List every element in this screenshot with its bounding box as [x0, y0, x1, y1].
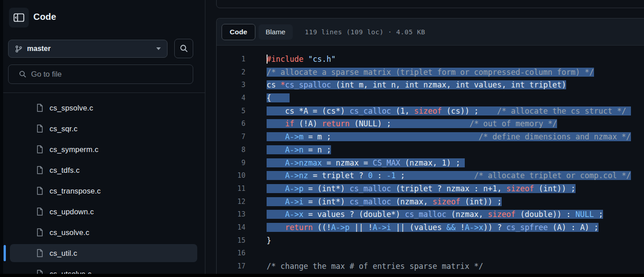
selected-code-text: A->n = n ;	[267, 145, 331, 154]
file-item[interactable]: cs_updown.c	[0, 201, 205, 222]
line-number[interactable]: 10	[217, 169, 245, 182]
search-button[interactable]	[174, 39, 193, 58]
code-line-text[interactable]: cs *A = (cs*) cs_calloc (1, sizeof (cs))…	[245, 105, 631, 118]
file-name: cs_symperm.c	[50, 145, 99, 154]
code-line-text[interactable]: }	[245, 234, 271, 247]
selected-code-text: /* allocate a sparse matrix (triplet for…	[267, 68, 594, 77]
file-name: cs_updown.c	[50, 208, 94, 216]
line-number[interactable]: 17	[217, 260, 245, 273]
tab-blame[interactable]: Blame	[259, 24, 293, 40]
left-edge-strip	[0, 0, 3, 277]
selected-code-text: A->nz = triplet ? 0 : -1 ; /* allocate t…	[267, 171, 631, 180]
code-line: 6 if (!A) return (NULL) ; /* out of memo…	[217, 117, 644, 130]
file-sidebar: Code master Go t	[0, 0, 205, 277]
selected-code-text: {	[267, 93, 290, 102]
file-item[interactable]: cs_util.c	[0, 243, 205, 263]
code-line: 17/* change the max # of entries sparse …	[217, 260, 644, 273]
branch-selector[interactable]: master	[8, 40, 168, 58]
code-line: 11 A->p = (int*) cs_malloc (triplet ? nz…	[217, 182, 644, 195]
code-line-text[interactable]: return ((!A->p || !A->i || (values && !A…	[245, 221, 599, 234]
code-line-text[interactable]	[245, 247, 267, 260]
line-number[interactable]: 4	[217, 92, 245, 105]
file-item[interactable]: cs_sqr.c	[0, 118, 205, 139]
file-name: cs_transpose.c	[50, 187, 101, 195]
code-line-text[interactable]: A->p = (int*) cs_malloc (triplet ? nzmax…	[245, 182, 576, 195]
code-line: 3cs *cs_spalloc (int m, int n, int nzmax…	[217, 78, 644, 92]
code-line-text[interactable]: /* change the max # of entries sparse ma…	[245, 260, 483, 273]
code-line-text[interactable]: /* allocate a sparse matrix (triplet for…	[245, 66, 594, 79]
code-line-text[interactable]: A->n = n ;	[245, 143, 331, 157]
code-line: 2/* allocate a sparse matrix (triplet fo…	[217, 66, 644, 79]
selected-code-text: A->i = (int*) cs_malloc (nzmax, sizeof (…	[267, 197, 502, 206]
file-item[interactable]: cs_transpose.c	[0, 180, 205, 201]
line-number[interactable]: 3	[217, 78, 245, 92]
code-line: 8 A->n = n ;	[217, 143, 644, 157]
file-view-card: Code Blame 119 lines (109 loc) · 4.05 KB…	[216, 18, 644, 277]
line-number[interactable]: 2	[217, 66, 245, 79]
line-number[interactable]: 14	[217, 221, 245, 234]
line-number[interactable]: 16	[217, 247, 245, 260]
code-line-text[interactable]: cs *cs_spalloc (int m, int n, int nzmax,…	[245, 78, 566, 92]
file-icon	[36, 166, 44, 175]
code-line: 13 A->x = values ? (double*) cs_malloc (…	[217, 208, 644, 221]
line-number[interactable]: 11	[217, 182, 245, 195]
code-line: 5 cs *A = (cs*) cs_calloc (1, sizeof (cs…	[217, 105, 644, 118]
code-line-text[interactable]: if (!A) return (NULL) ; /* out of memory…	[245, 117, 557, 130]
tab-code[interactable]: Code	[222, 24, 255, 40]
code-line-text[interactable]: A->nz = triplet ? 0 : -1 ; /* allocate t…	[245, 169, 631, 182]
selected-code-text: cs *A = (cs*) cs_calloc (1, sizeof (cs))…	[267, 106, 631, 115]
line-number[interactable]: 5	[217, 105, 245, 118]
selected-code-text: A->p = (int*) cs_malloc (triplet ? nzmax…	[267, 184, 576, 193]
line-number[interactable]: 13	[217, 208, 245, 221]
file-item[interactable]: cs_spsolve.c	[0, 97, 205, 118]
line-number[interactable]: 12	[217, 195, 245, 208]
selected-code-text: if (!A) return (NULL) ; /* out of memory…	[267, 119, 557, 128]
code-viewer[interactable]: 1#include "cs.h"2/* allocate a sparse ma…	[217, 46, 644, 273]
line-number[interactable]: 9	[217, 157, 245, 170]
commit-info-card-partial	[216, 0, 644, 8]
chevron-down-icon	[156, 47, 161, 50]
code-line: 7 A->m = m ; /* define dimensions and nz…	[217, 130, 644, 143]
code-line-text[interactable]: A->i = (int*) cs_malloc (nzmax, sizeof (…	[245, 195, 502, 208]
file-item[interactable]: cs_tdfs.c	[0, 160, 205, 180]
file-icon	[36, 186, 44, 195]
line-number[interactable]: 6	[217, 117, 245, 130]
git-branch-icon	[15, 45, 23, 53]
file-icon	[36, 145, 44, 154]
line-number[interactable]: 7	[217, 130, 245, 143]
code-text: /* change the max # of entries sparse ma…	[267, 262, 483, 271]
code-text: #include "cs.h"	[267, 55, 336, 64]
file-icon	[36, 249, 44, 258]
sidebar-title: Code	[33, 12, 56, 22]
code-line: 10 A->nz = triplet ? 0 : -1 ; /* allocat…	[217, 169, 644, 182]
file-item[interactable]: cs_usolve.c	[0, 222, 205, 243]
sidebar-collapse-button[interactable]	[9, 8, 29, 28]
selected-code-text: A->nzmax = nzmax = CS_MAX (nzmax, 1) ;	[267, 158, 465, 167]
file-icon	[36, 103, 44, 112]
line-number[interactable]: 1	[217, 53, 245, 66]
search-icon	[19, 70, 27, 78]
search-icon	[180, 44, 188, 53]
selected-code-text: return ((!A->p || !A->i || (values && !A…	[267, 223, 599, 232]
file-name: cs_sqr.c	[50, 125, 77, 133]
code-line-text[interactable]: A->m = m ; /* define dimensions and nzma…	[245, 130, 631, 143]
code-line-text[interactable]: {	[245, 92, 290, 105]
code-line-text[interactable]: A->x = values ? (double*) cs_malloc (nzm…	[245, 208, 603, 221]
line-number[interactable]: 8	[217, 143, 245, 157]
selected-accent-bar	[4, 245, 6, 261]
line-number[interactable]: 15	[217, 234, 245, 247]
code-line-text[interactable]: #include "cs.h"	[245, 53, 336, 66]
branch-name: master	[27, 45, 50, 53]
code-line: 16	[217, 247, 644, 260]
main-content: Code Blame 119 lines (109 loc) · 4.05 KB…	[206, 0, 644, 277]
file-item[interactable]: cs_symperm.c	[0, 139, 205, 160]
go-to-file-placeholder: Go to file	[31, 70, 62, 79]
code-line: 1#include "cs.h"	[217, 53, 644, 66]
code-line-text[interactable]: A->nzmax = nzmax = CS_MAX (nzmax, 1) ;	[245, 157, 465, 170]
sidebar-divider	[0, 92, 205, 93]
go-to-file-input[interactable]: Go to file	[8, 65, 193, 84]
file-tree: cs_spsolve.ccs_sqr.ccs_symperm.ccs_tdfs.…	[0, 97, 205, 277]
code-line: 15}	[217, 234, 644, 247]
file-name: cs_tdfs.c	[50, 166, 80, 175]
file-icon	[36, 207, 44, 216]
